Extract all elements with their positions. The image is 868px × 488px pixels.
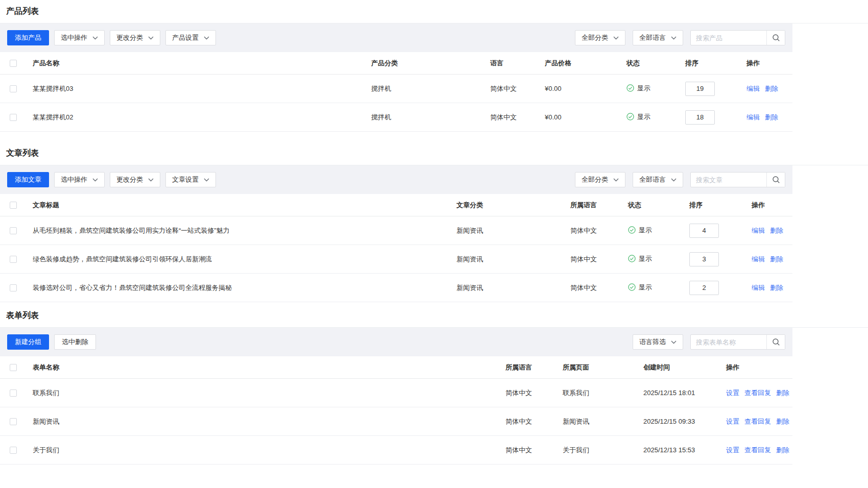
forms-table-header: 表单名称 所属语言 所属页面 创建时间 操作	[0, 356, 792, 379]
sort-input[interactable]	[689, 252, 719, 266]
form-page: 联系我们	[557, 388, 637, 398]
header-actions: 操作	[740, 59, 792, 68]
header-language: 所属语言	[564, 201, 622, 210]
change-category-dropdown[interactable]: 更改分类	[110, 30, 160, 45]
status-badge: 显示	[628, 283, 652, 292]
change-category-dropdown[interactable]: 更改分类	[110, 172, 160, 187]
view-replies-link[interactable]: 查看回复	[744, 446, 771, 455]
product-search	[690, 30, 785, 45]
sort-input[interactable]	[689, 281, 719, 295]
status-badge: 显示	[626, 112, 650, 121]
delete-link[interactable]: 删除	[765, 84, 778, 93]
sort-input[interactable]	[689, 224, 719, 238]
change-category-label: 更改分类	[116, 175, 143, 184]
delete-link[interactable]: 删除	[776, 388, 789, 398]
article-search-input[interactable]	[691, 173, 766, 187]
header-sort: 排序	[679, 59, 740, 68]
sort-input[interactable]	[685, 82, 715, 96]
status-label: 显示	[639, 283, 652, 292]
language-filter-label: 全部语言	[639, 175, 666, 184]
select-all-checkbox[interactable]	[10, 60, 17, 67]
status-label: 显示	[639, 254, 652, 263]
row-checkbox[interactable]	[10, 256, 17, 263]
article-title: 装修选对公司，省心又省力！鼎筑空间建筑装修公司全流程服务揭秘	[27, 283, 450, 292]
chevron-down-icon	[92, 36, 98, 40]
language-filter-dropdown[interactable]: 全部语言	[633, 172, 683, 187]
view-replies-link[interactable]: 查看回复	[744, 388, 771, 398]
select-all-checkbox[interactable]	[10, 202, 17, 209]
article-category: 新闻资讯	[450, 226, 564, 235]
article-category: 新闻资讯	[450, 255, 564, 264]
form-search-input[interactable]	[691, 335, 766, 349]
check-circle-icon	[628, 226, 636, 234]
delete-link[interactable]: 删除	[770, 255, 783, 264]
status-badge: 显示	[628, 226, 652, 235]
form-page: 新闻资讯	[557, 417, 637, 426]
search-icon	[772, 176, 780, 184]
bulk-actions-label: 选中操作	[61, 175, 87, 184]
article-settings-dropdown[interactable]: 文章设置	[165, 172, 216, 187]
header-product-name: 产品名称	[27, 59, 365, 68]
product-category: 搅拌机	[365, 84, 484, 93]
row-checkbox[interactable]	[10, 389, 17, 397]
settings-link[interactable]: 设置	[726, 446, 739, 455]
row-checkbox[interactable]	[10, 447, 17, 454]
article-title: 从毛坯到精装，鼎筑空间建筑装修公司用实力诠释“一站式装修”魅力	[27, 226, 450, 235]
add-product-button[interactable]: 添加产品	[7, 30, 49, 45]
delete-link[interactable]: 删除	[770, 283, 783, 292]
form-language: 简体中文	[499, 446, 557, 455]
search-button[interactable]	[766, 335, 785, 349]
search-icon	[772, 338, 780, 346]
bulk-actions-dropdown[interactable]: 选中操作	[54, 30, 105, 45]
row-checkbox[interactable]	[10, 114, 17, 121]
language-filter-dropdown[interactable]: 全部语言	[633, 30, 683, 45]
form-created: 2025/12/15 09:33	[637, 418, 720, 425]
form-created: 2025/12/15 18:01	[637, 389, 720, 397]
edit-link[interactable]: 编辑	[752, 283, 765, 292]
delete-link[interactable]: 删除	[765, 113, 778, 122]
header-sort: 排序	[683, 201, 745, 210]
article-language: 简体中文	[564, 283, 622, 292]
check-circle-icon	[626, 113, 634, 120]
header-product-category: 产品分类	[365, 59, 484, 68]
product-row: 某某搅拌机02 搅拌机 简体中文 ¥0.00 显示 编辑删除	[0, 103, 792, 132]
article-language: 简体中文	[564, 226, 622, 235]
category-filter-dropdown[interactable]: 全部分类	[575, 172, 625, 187]
row-checkbox[interactable]	[10, 418, 17, 425]
row-checkbox[interactable]	[10, 284, 17, 291]
settings-link[interactable]: 设置	[726, 388, 739, 398]
sort-input[interactable]	[685, 110, 715, 125]
status-label: 显示	[637, 84, 650, 93]
header-article-category: 文章分类	[450, 201, 564, 210]
bulk-delete-button[interactable]: 选中删除	[54, 334, 96, 350]
add-article-button[interactable]: 添加文章	[7, 172, 49, 187]
delete-link[interactable]: 删除	[776, 417, 789, 426]
language-filter-label: 全部语言	[639, 33, 666, 42]
form-language: 简体中文	[499, 417, 557, 426]
header-language: 所属语言	[499, 363, 557, 372]
delete-link[interactable]: 删除	[776, 446, 789, 455]
articles-section: 文章列表 添加文章 选中操作 更改分类 文章设置 全部分类 全部语言	[0, 142, 868, 302]
edit-link[interactable]: 编辑	[752, 255, 765, 264]
chevron-down-icon	[613, 36, 619, 40]
search-button[interactable]	[766, 31, 785, 45]
edit-link[interactable]: 编辑	[746, 84, 760, 93]
select-all-checkbox[interactable]	[10, 364, 17, 371]
new-group-button[interactable]: 新建分组	[7, 334, 49, 350]
row-checkbox[interactable]	[10, 227, 17, 234]
products-table-header: 产品名称 产品分类 语言 产品价格 状态 排序 操作	[0, 52, 792, 75]
delete-link[interactable]: 删除	[770, 226, 783, 235]
category-filter-dropdown[interactable]: 全部分类	[575, 30, 625, 45]
settings-link[interactable]: 设置	[726, 417, 739, 426]
language-filter-dropdown[interactable]: 语言筛选	[633, 334, 683, 350]
product-settings-dropdown[interactable]: 产品设置	[165, 30, 216, 45]
bulk-actions-dropdown[interactable]: 选中操作	[54, 172, 105, 187]
forms-table: 表单名称 所属语言 所属页面 创建时间 操作 联系我们 简体中文 联系我们 20…	[0, 356, 792, 465]
view-replies-link[interactable]: 查看回复	[744, 417, 771, 426]
edit-link[interactable]: 编辑	[752, 226, 765, 235]
header-form-name: 表单名称	[27, 363, 499, 372]
search-button[interactable]	[766, 173, 785, 187]
product-search-input[interactable]	[691, 31, 766, 45]
row-checkbox[interactable]	[10, 85, 17, 92]
edit-link[interactable]: 编辑	[746, 113, 760, 122]
